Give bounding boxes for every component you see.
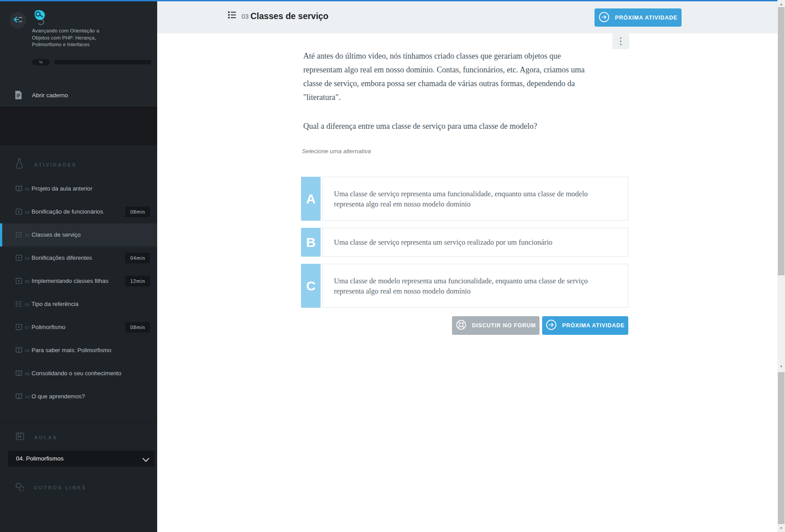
lessons-header: AULAS (16, 432, 58, 442)
list-icon (227, 10, 237, 21)
life-ring-icon (456, 319, 467, 332)
main-content: 03 Classes de serviço PRÓXIMA ATIVIDADE … (157, 1, 777, 532)
alura-logo-icon[interactable] (32, 9, 47, 27)
question-paragraph: Qual a diferença entre uma classe de ser… (303, 119, 597, 133)
progress-percent-badge: % (32, 59, 50, 65)
duration-badge: 08min (125, 322, 150, 333)
collapse-sidebar-button[interactable] (10, 12, 26, 28)
alternative-text: Uma classe de modelo representa uma func… (322, 276, 594, 296)
lesson-select-value: 04. Polimorfismos (16, 455, 63, 462)
other-links-header: OUTROS LINKS (15, 482, 87, 493)
question-paragraph: Até antes do último vídeo, nós tínhamos … (303, 49, 597, 104)
list-icon (15, 300, 23, 310)
sidebar-course-section: Avançando com Orientação a Objetos com P… (0, 1, 157, 107)
video-icon (15, 323, 23, 333)
more-options-button[interactable] (612, 33, 629, 49)
kebab-icon (620, 37, 622, 39)
progress-bar (54, 60, 151, 64)
book-open-icon (15, 369, 23, 379)
current-lesson-banner: AULA 04 Polimorfismos (0, 107, 157, 145)
alternative-c[interactable]: C Uma classe de modelo representa uma fu… (301, 264, 628, 308)
video-icon (15, 277, 23, 286)
vertical-scrollbar[interactable]: ▲ ▼ ▼ (777, 0, 785, 532)
other-links-section: OUTROS LINKS Fórum Trocar Curso (0, 473, 157, 532)
activities-section: ATIVIDADES 01 Projeto da aula anterior (0, 145, 157, 422)
alternative-text: Uma classe de serviço representa um serv… (322, 237, 552, 247)
app-window: Avançando com Orientação a Objetos com P… (0, 0, 785, 532)
page-title: Classes de serviço (250, 11, 329, 21)
activity-item-07[interactable]: 07 Polimorfismo 08min (0, 316, 157, 339)
video-icon (15, 254, 23, 263)
alternative-text: Uma classe de serviço representa uma fun… (322, 189, 594, 209)
duration-badge: 04min (125, 253, 150, 263)
scrollbar-thumb[interactable] (778, 7, 785, 275)
course-title: Avançando com Orientação a Objetos com P… (32, 28, 112, 48)
activity-item-02[interactable]: 02 Bonificação de funcionários 08min (0, 200, 157, 223)
scroll-down-arrow-icon[interactable]: ▼ (777, 363, 785, 370)
discuss-forum-button[interactable]: DISCUTIR NO FORUM (452, 316, 539, 335)
alternative-letter: C (301, 264, 321, 308)
list-icon (15, 231, 23, 240)
alternative-letter: B (301, 228, 321, 257)
alternative-b[interactable]: B Uma classe de serviço representa um se… (301, 228, 628, 257)
activity-item-10[interactable]: 10 O que aprendemos? (0, 385, 157, 408)
next-activity-button-top[interactable]: PRÓXIMA ATIVIDADE (595, 8, 682, 27)
video-icon (15, 208, 23, 217)
circle-arrow-right-icon (599, 12, 610, 24)
chevron-down-icon (143, 455, 150, 462)
scroll-down-arrow-icon[interactable]: ▼ (777, 525, 785, 532)
sidebar: Avançando com Orientação a Objetos com P… (0, 0, 157, 532)
activity-item-04[interactable]: 04 Bonificações diferentes 04min (0, 246, 157, 270)
scrollbar-thumb[interactable] (778, 372, 785, 524)
alternative-a[interactable]: A Uma classe de serviço representa uma f… (301, 177, 628, 221)
activities-header: ATIVIDADES (16, 158, 77, 171)
activity-header: 03 Classes de serviço PRÓXIMA ATIVIDADE (157, 1, 777, 33)
link-icon (15, 482, 24, 493)
book-open-icon (15, 393, 23, 402)
flask-icon (16, 158, 23, 171)
lesson-select-dropdown[interactable]: 04. Polimorfismos (8, 451, 155, 467)
book-icon (16, 432, 24, 442)
lessons-section: AULAS 04. Polimorfismos (0, 422, 157, 473)
activity-item-05[interactable]: 05 Implementando classes filhas 12min (0, 270, 157, 293)
activity-number: 03 (242, 13, 249, 20)
open-notebook-label: Abrir caderno (32, 92, 68, 99)
document-icon (15, 90, 22, 102)
next-activity-button-bottom[interactable]: PRÓXIMA ATIVIDADE (542, 316, 628, 335)
circle-arrow-right-icon (546, 319, 557, 332)
alternative-letter: A (301, 177, 321, 221)
activity-item-08[interactable]: 08 Para saber mais: Polimorfismo (0, 339, 157, 362)
top-accent-bar (0, 0, 785, 1)
alternatives-list: A Uma classe de serviço representa uma f… (301, 177, 628, 315)
select-alternative-hint: Selecione uma alternativa (302, 148, 371, 155)
activity-item-03-active[interactable]: 03 Classes de serviço (0, 223, 157, 246)
duration-badge: 12min (125, 276, 150, 286)
book-open-icon (15, 185, 23, 194)
open-notebook-button[interactable]: Abrir caderno (0, 88, 157, 103)
activity-item-09[interactable]: 09 Consolidando o seu conhecimento (0, 362, 157, 385)
duration-badge: 08min (125, 206, 150, 217)
collapse-sidebar-icon (13, 16, 23, 24)
activity-item-01[interactable]: 01 Projeto da aula anterior (0, 177, 157, 200)
book-open-icon (15, 346, 23, 356)
activity-item-06[interactable]: 06 Tipo da referência (0, 293, 157, 316)
activities-list: 01 Projeto da aula anterior 02 Bonificaç… (0, 177, 157, 408)
